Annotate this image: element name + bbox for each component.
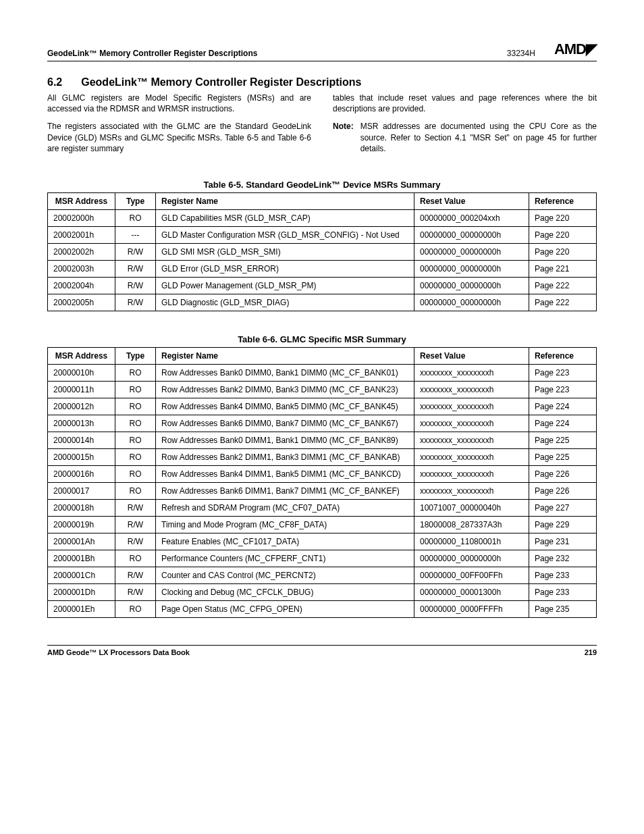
table2-cell-addr: 2000001Dh [48,583,115,600]
table1-cell-ref: Page 220 [529,243,597,260]
table2: MSR Address Type Register Name Reset Val… [47,347,597,618]
table1-cell-addr: 20002004h [48,277,115,294]
table-row: 20002005hR/WGLD Diagnostic (GLD_MSR_DIAG… [48,294,597,311]
note: Note: MSR addresses are documented using… [333,121,597,154]
table2-cell-addr: 2000001Ch [48,567,115,583]
table2-cell-addr: 20000010h [48,364,115,381]
table2-cell-name: Refresh and SDRAM Program (MC_CF07_DATA) [156,499,414,516]
table-row: 20000015hRORow Addresses Bank2 DIMM1, Ba… [48,448,597,465]
table-row: 20002002hR/WGLD SMI MSR (GLD_MSR_SMI)000… [48,243,597,260]
table2-cell-ref: Page 223 [529,364,597,381]
table2-cell-ref: Page 231 [529,533,597,550]
table2-cell-name: Counter and CAS Control (MC_PERCNT2) [156,567,414,583]
intro-left-p1: All GLMC registers are Model Specific Re… [47,93,311,114]
table1-cell-type: R/W [115,260,156,277]
table2-cell-type: RO [115,415,156,432]
table2-cell-type: R/W [115,516,156,533]
table1-cell-name: GLD Error (GLD_MSR_ERROR) [156,260,414,277]
table2-cell-type: RO [115,482,156,499]
table2-cell-reset: 00000000_0000FFFFh [414,600,529,617]
table2-cell-addr: 2000001Bh [48,550,115,567]
table2-cell-type: R/W [115,567,156,583]
th-name: Register Name [156,347,414,364]
table1-cell-name: GLD Power Management (GLD_MSR_PM) [156,277,414,294]
table2-cell-reset: xxxxxxxx_xxxxxxxxh [414,465,529,482]
table2-cell-reset: xxxxxxxx_xxxxxxxxh [414,364,529,381]
table1-cell-type: R/W [115,277,156,294]
table1-cell-type: RO [115,209,156,226]
table2-cell-type: R/W [115,583,156,600]
table-row: 20000013hRORow Addresses Bank6 DIMM0, Ba… [48,415,597,432]
table-row: 20002004hR/WGLD Power Management (GLD_MS… [48,277,597,294]
table2-cell-ref: Page 229 [529,516,597,533]
table2-cell-ref: Page 226 [529,465,597,482]
table2-cell-name: Row Addresses Bank2 DIMM0, Bank3 DIMM0 (… [156,381,414,398]
table2-cell-ref: Page 224 [529,415,597,432]
note-label: Note: [333,121,360,154]
table1-cell-name: GLD Master Configuration MSR (GLD_MSR_CO… [156,226,414,243]
table-row: 20002000hROGLD Capabilities MSR (GLD_MSR… [48,209,597,226]
table2-cell-addr: 20000015h [48,448,115,465]
table1-cell-reset: 00000000_00000000h [414,294,529,311]
table-row: 2000001DhR/WClocking and Debug (MC_CFCLK… [48,583,597,600]
table2-cell-type: RO [115,364,156,381]
footer-book: AMD Geode™ LX Processors Data Book [47,648,190,656]
table2-cell-ref: Page 227 [529,499,597,516]
table2-cell-type: RO [115,600,156,617]
table2-cell-name: Clocking and Debug (MC_CFCLK_DBUG) [156,583,414,600]
th-type: Type [115,192,156,209]
table2-cell-addr: 20000017 [48,482,115,499]
table2-cell-addr: 20000013h [48,415,115,432]
table2-cell-type: RO [115,381,156,398]
table2-cell-addr: 2000001Eh [48,600,115,617]
table-row: 20000017RORow Addresses Bank6 DIMM1, Ban… [48,482,597,499]
page-footer: AMD Geode™ LX Processors Data Book 219 [47,645,597,656]
intro-right: tables that include reset values and pag… [333,93,597,161]
table-row: 2000001BhROPerformance Counters (MC_CFPE… [48,550,597,567]
note-body: MSR addresses are documented using the C… [360,121,597,154]
table2-cell-reset: 00000000_00FF00FFh [414,567,529,583]
table2-cell-reset: xxxxxxxx_xxxxxxxxh [414,398,529,415]
table2-cell-ref: Page 233 [529,567,597,583]
th-reset: Reset Value [414,192,529,209]
table2-cell-addr: 20000016h [48,465,115,482]
table2-cell-type: R/W [115,499,156,516]
table2-cell-addr: 2000001Ah [48,533,115,550]
table2-cell-reset: xxxxxxxx_xxxxxxxxh [414,448,529,465]
table1-cell-addr: 20002000h [48,209,115,226]
table1-cell-ref: Page 222 [529,277,597,294]
table-row: 20000018hR/WRefresh and SDRAM Program (M… [48,499,597,516]
table2-header-row: MSR Address Type Register Name Reset Val… [48,347,597,364]
th-name: Register Name [156,192,414,209]
table2-cell-addr: 20000018h [48,499,115,516]
doc-number: 33234H [507,49,535,58]
table2-cell-addr: 20000011h [48,381,115,398]
section-number: 6.2 [47,76,62,88]
table1-cell-ref: Page 222 [529,294,597,311]
table-row: 20002001h---GLD Master Configuration MSR… [48,226,597,243]
table1-cell-reset: 00000000_00000000h [414,260,529,277]
table1-cell-ref: Page 220 [529,209,597,226]
table1-cell-name: GLD Diagnostic (GLD_MSR_DIAG) [156,294,414,311]
table1-cell-type: R/W [115,294,156,311]
table1-cell-addr: 20002005h [48,294,115,311]
header-title: GeodeLink™ Memory Controller Register De… [47,49,257,58]
th-addr: MSR Address [48,347,115,364]
table2-cell-type: RO [115,448,156,465]
table2-cell-ref: Page 224 [529,398,597,415]
table2-cell-type: RO [115,550,156,567]
table1-cell-reset: 00000000_00000000h [414,226,529,243]
section-title: GeodeLink™ Memory Controller Register De… [81,76,361,88]
table2-cell-reset: 00000000_11080001h [414,533,529,550]
table2-cell-reset: xxxxxxxx_xxxxxxxxh [414,415,529,432]
table1-cell-addr: 20002001h [48,226,115,243]
table2-cell-name: Timing and Mode Program (MC_CF8F_DATA) [156,516,414,533]
table2-cell-type: RO [115,398,156,415]
table-row: 20000012hRORow Addresses Bank4 DIMM0, Ba… [48,398,597,415]
table-row: 2000001ChR/WCounter and CAS Control (MC_… [48,567,597,583]
table2-cell-reset: 10071007_00000040h [414,499,529,516]
table2-cell-ref: Page 235 [529,600,597,617]
table2-title: Table 6-6. GLMC Specific MSR Summary [47,334,597,344]
table1-title: Table 6-5. Standard GeodeLink™ Device MS… [47,180,597,190]
th-type: Type [115,347,156,364]
